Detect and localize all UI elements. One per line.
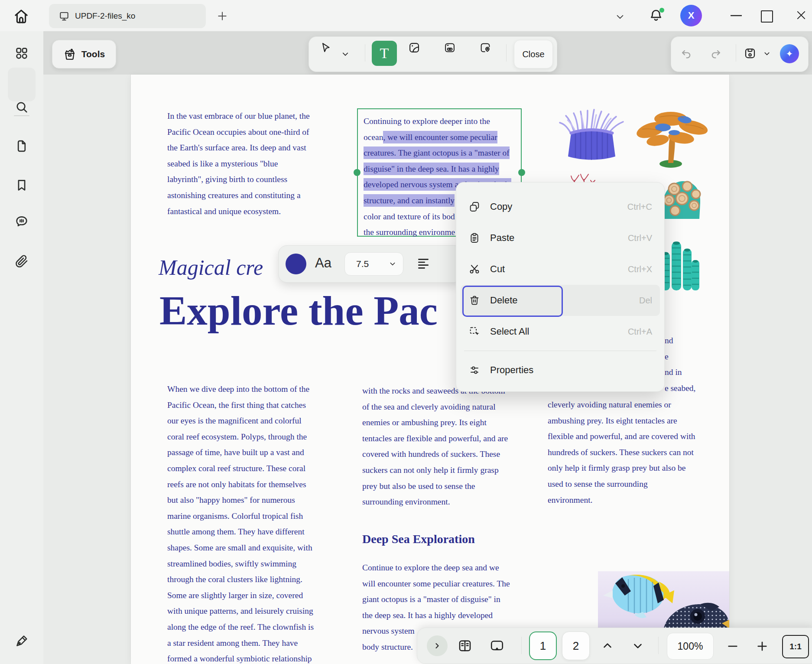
coral-tree-image [629, 103, 716, 168]
column3-paragraph: cleverly avoiding natural enemies or amb… [548, 397, 695, 508]
context-menu-divider [464, 351, 656, 351]
thumbnails-icon[interactable] [14, 139, 29, 153]
zoom-level-box[interactable]: 100% [667, 633, 714, 660]
context-menu-label: Properties [490, 365, 652, 376]
font-style-button[interactable]: Aa [315, 255, 331, 271]
search-icon[interactable] [14, 100, 29, 114]
textbox-line: creatures. The giant octopus is a "maste… [364, 145, 521, 161]
previous-page-icon[interactable] [601, 639, 614, 652]
page-button-2[interactable]: 2 [562, 631, 590, 660]
actual-size-button[interactable]: 1:1 [782, 635, 809, 658]
tube-coral-image [659, 238, 701, 290]
textbox-line: disguise" in the deep sea. It has a high… [364, 161, 521, 177]
context-menu-label: Paste [490, 232, 628, 244]
maximize-icon[interactable] [761, 10, 773, 23]
notification-dot [659, 8, 664, 13]
image-tool-icon[interactable] [408, 42, 420, 54]
tools-label: Tools [81, 49, 105, 59]
font-color-swatch[interactable] [286, 254, 306, 274]
copy-icon [468, 201, 481, 213]
sub-heading: Deep Sea Exploration [362, 532, 475, 546]
text-format-bar: Aa 7.5 [278, 245, 463, 283]
comment-icon[interactable] [14, 214, 29, 229]
textbox-handle-left[interactable] [354, 169, 361, 176]
close-edit-button[interactable]: Close [514, 40, 553, 68]
home-grid-icon[interactable] [14, 46, 29, 61]
toolbox-icon [63, 48, 76, 61]
cursor-tool-chevron-icon[interactable] [341, 50, 349, 58]
title-bar: UPDF-2-files_ko X [0, 0, 812, 31]
properties-icon [468, 364, 481, 376]
context-menu-shortcut: Ctrl+A [628, 327, 652, 337]
context-menu-item-copy[interactable]: CopyCtrl+C [461, 191, 660, 222]
column2-top-paragraph: with the rocks and seaweeds at the botto… [362, 383, 508, 510]
paste-icon [468, 232, 481, 244]
undo-icon[interactable] [680, 48, 692, 60]
context-menu-item-delete[interactable]: DeleteDel [461, 285, 660, 316]
text-tool-glyph: T [380, 45, 389, 62]
zoom-in-icon[interactable] [756, 640, 768, 652]
zoom-out-icon[interactable] [727, 640, 739, 652]
save-icon[interactable] [744, 47, 757, 60]
context-menu-label: Delete [490, 295, 639, 306]
ai-assistant-icon[interactable]: ✦ [780, 44, 799, 63]
fish-photo-image [598, 571, 729, 635]
tools-button[interactable]: Tools [52, 40, 116, 68]
context-menu-items: CopyCtrl+CPasteCtrl+VCutCtrl+XDeleteDelS… [456, 191, 664, 386]
chevron-down-icon [389, 260, 396, 267]
font-size-value: 7.5 [356, 259, 369, 269]
toolbar-divider [365, 44, 365, 62]
bottom-navigation-bar: 1 2 100% 1:1 [417, 628, 812, 664]
redo-icon[interactable] [710, 48, 722, 60]
context-menu-shortcut: Ctrl+V [628, 233, 652, 243]
page-link-tool-icon[interactable] [479, 42, 491, 54]
context-menu-label: Cut [490, 264, 628, 275]
minimize-icon[interactable] [731, 15, 742, 16]
context-menu-item-paste[interactable]: PasteCtrl+V [461, 222, 660, 254]
plate-coral-image [659, 178, 701, 219]
next-page-icon[interactable] [631, 639, 644, 652]
document-tab[interactable]: UPDF-2-files_ko [49, 4, 206, 28]
signature-pen-icon[interactable] [14, 634, 29, 648]
context-menu-item-select-all[interactable]: Select AllCtrl+A [461, 316, 660, 347]
textbox-handle-right[interactable] [518, 169, 525, 176]
close-window-icon[interactable] [796, 10, 807, 21]
presentation-icon[interactable] [489, 638, 505, 654]
anemone-image [558, 105, 625, 161]
save-chevron-icon[interactable] [763, 50, 770, 57]
intro-paragraph: In the vast embrace of our blue planet, … [167, 108, 310, 219]
account-chevron-icon[interactable] [615, 12, 625, 22]
sidebar-divider [14, 115, 29, 116]
text-tool-button[interactable]: T [372, 41, 397, 66]
toolbar-divider [506, 44, 507, 62]
context-menu-shortcut: Del [639, 296, 652, 306]
cursor-tool-icon[interactable] [320, 42, 332, 54]
textbox-line: ocean, we will encounter some peculiar [364, 130, 521, 146]
main-heading: Explore the Pac [159, 287, 438, 335]
italic-heading: Magical cre [159, 255, 263, 280]
bookmark-icon[interactable] [14, 178, 29, 192]
text-align-icon[interactable] [416, 257, 430, 271]
monitor-icon [58, 10, 70, 22]
column3-fragments: nd e nd in e seabed, [665, 333, 695, 396]
toolbar-divider [736, 44, 736, 62]
grid-button-bg [8, 68, 36, 101]
context-menu: CopyCtrl+CPasteCtrl+VCutCtrl+XDeleteDelS… [456, 182, 665, 392]
context-menu-label: Copy [490, 201, 627, 212]
textbox-line: Continuing to explore deeper into the [364, 114, 521, 130]
bottom-bar-divider [658, 637, 659, 654]
page-button-1[interactable]: 1 [529, 631, 557, 660]
expand-bar-button[interactable] [427, 635, 448, 656]
font-size-select[interactable]: 7.5 [344, 252, 403, 276]
home-icon[interactable] [12, 7, 30, 25]
delete-icon [468, 294, 481, 306]
select-all-icon [468, 325, 481, 338]
page-layout-icon[interactable] [457, 638, 473, 654]
new-tab-icon[interactable] [217, 10, 228, 22]
context-menu-item-cut[interactable]: CutCtrl+X [461, 254, 660, 285]
attachment-icon[interactable] [14, 254, 29, 269]
avatar[interactable]: X [680, 5, 702, 26]
link-tool-icon[interactable] [444, 42, 456, 54]
context-menu-shortcut: Ctrl+C [627, 202, 652, 212]
context-menu-item-properties[interactable]: Properties [461, 355, 660, 386]
